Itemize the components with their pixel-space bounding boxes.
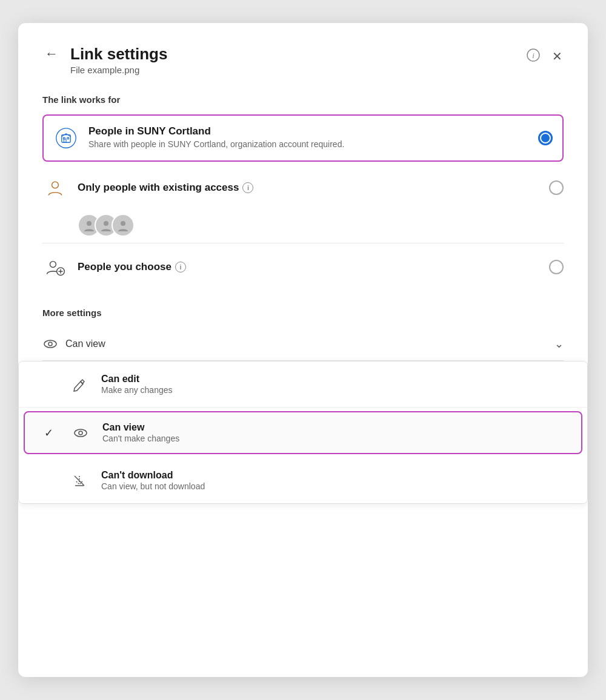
dropdown-item-can-view[interactable]: ✓ Can view Can't make changes bbox=[24, 411, 582, 454]
suny-cortland-desc: Share with people in SUNY Cortland, orga… bbox=[88, 139, 528, 151]
view-eye-icon bbox=[71, 423, 90, 443]
svg-point-9 bbox=[104, 221, 108, 226]
can-edit-desc: Make any changes bbox=[101, 385, 173, 395]
close-button[interactable]: ✕ bbox=[551, 49, 564, 64]
svg-point-8 bbox=[87, 221, 92, 226]
can-view-title: Can view bbox=[102, 422, 179, 433]
svg-rect-5 bbox=[67, 137, 69, 139]
link-settings-dialog: ← Link settings File example.png i ✕ The… bbox=[18, 23, 588, 677]
more-settings-section: More settings Can view ⌄ bbox=[42, 308, 564, 504]
header-left: ← Link settings File example.png bbox=[42, 45, 167, 75]
option-people-choose[interactable]: People you choose i bbox=[42, 243, 564, 291]
can-view-label: Can view bbox=[65, 338, 547, 349]
can-view-desc: Can't make changes bbox=[102, 434, 179, 443]
people-choose-icon bbox=[42, 254, 68, 280]
options-list: People in SUNY Cortland Share with peopl… bbox=[42, 114, 564, 291]
existing-access-title: Only people with existing access i bbox=[78, 182, 539, 194]
info-button[interactable]: i bbox=[525, 47, 541, 65]
dropdown-menu: Can edit Make any changes ✓ Can view Can… bbox=[18, 361, 588, 504]
option-existing-access[interactable]: Only people with existing access i bbox=[42, 164, 564, 243]
svg-point-18 bbox=[79, 431, 82, 435]
link-works-for-label: The link works for bbox=[42, 94, 564, 105]
can-edit-text: Can edit Make any changes bbox=[101, 374, 173, 395]
svg-text:i: i bbox=[532, 51, 534, 60]
people-choose-radio[interactable] bbox=[549, 260, 564, 274]
dialog-header: ← Link settings File example.png i ✕ bbox=[42, 45, 564, 75]
can-view-text: Can view Can't make changes bbox=[102, 422, 179, 443]
avatar-3 bbox=[112, 214, 135, 237]
svg-rect-6 bbox=[64, 137, 65, 139]
avatar-group bbox=[42, 214, 564, 237]
option-suny-cortland[interactable]: People in SUNY Cortland Share with peopl… bbox=[42, 114, 564, 162]
header-actions: i ✕ bbox=[525, 47, 564, 65]
svg-point-2 bbox=[56, 128, 76, 148]
svg-point-15 bbox=[44, 340, 56, 348]
cant-download-title: Can't download bbox=[101, 470, 205, 481]
people-choose-text: People you choose i bbox=[78, 261, 539, 273]
existing-access-icon bbox=[42, 175, 68, 200]
svg-point-17 bbox=[75, 429, 87, 437]
svg-point-11 bbox=[50, 262, 56, 268]
title-block: Link settings File example.png bbox=[70, 45, 167, 75]
chevron-down-icon: ⌄ bbox=[554, 337, 564, 351]
existing-access-info-icon[interactable]: i bbox=[242, 182, 253, 193]
cant-download-desc: Can view, but not download bbox=[101, 481, 205, 491]
dialog-title: Link settings bbox=[70, 45, 167, 64]
back-button[interactable]: ← bbox=[42, 47, 61, 61]
existing-access-text: Only people with existing access i bbox=[78, 182, 539, 194]
people-choose-info-icon[interactable]: i bbox=[175, 262, 186, 272]
can-edit-title: Can edit bbox=[101, 374, 173, 385]
no-download-icon bbox=[70, 471, 89, 490]
more-settings-label: More settings bbox=[42, 308, 564, 318]
suny-cortland-text: People in SUNY Cortland Share with peopl… bbox=[88, 125, 528, 151]
suny-cortland-radio[interactable] bbox=[538, 131, 553, 145]
svg-rect-4 bbox=[64, 139, 66, 142]
eye-icon bbox=[42, 336, 58, 352]
existing-access-radio[interactable] bbox=[549, 180, 564, 195]
can-view-check: ✓ bbox=[44, 426, 59, 440]
dropdown-item-can-edit[interactable]: Can edit Make any changes bbox=[19, 362, 587, 408]
dropdown-item-cant-download[interactable]: Can't download Can view, but not downloa… bbox=[19, 458, 587, 503]
pencil-icon bbox=[70, 375, 89, 394]
svg-point-7 bbox=[52, 182, 59, 188]
svg-point-10 bbox=[121, 221, 125, 226]
can-view-dropdown[interactable]: Can view ⌄ bbox=[42, 328, 564, 361]
suny-cortland-title: People in SUNY Cortland bbox=[88, 125, 528, 137]
svg-point-16 bbox=[48, 342, 52, 346]
dialog-subtitle: File example.png bbox=[70, 65, 167, 75]
cant-download-text: Can't download Can view, but not downloa… bbox=[101, 470, 205, 491]
building-icon bbox=[53, 125, 79, 151]
people-choose-title: People you choose i bbox=[78, 261, 539, 273]
